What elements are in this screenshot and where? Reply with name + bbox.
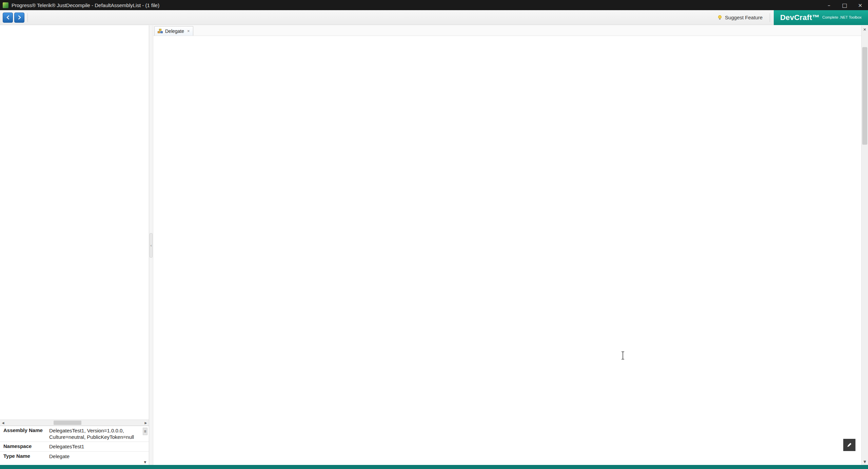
- delegate-icon: [158, 29, 163, 33]
- forward-button[interactable]: [14, 13, 24, 23]
- tree-hscroll-track[interactable]: [6, 420, 143, 426]
- type-name-label: Type Name: [0, 453, 49, 460]
- tab-label: Delegate: [165, 28, 184, 34]
- properties-panel: Assembly Name DelegatesTest1, Version=1.…: [0, 426, 149, 465]
- tree-hscroll-thumb[interactable]: [54, 421, 81, 425]
- close-button[interactable]: ×: [852, 0, 868, 10]
- toolbar-left: [3, 13, 29, 23]
- assembly-name-label: Assembly Name: [0, 427, 49, 440]
- tab-delegate[interactable]: Delegate ×: [154, 26, 193, 36]
- main-area: ◀ ▶ Assembly Name DelegatesTest1, Versio…: [0, 25, 868, 465]
- suggest-feature-label: Suggest Feature: [725, 15, 763, 20]
- arrow-right-icon: [17, 15, 22, 20]
- document-area: Delegate ×: [153, 25, 861, 465]
- scroll-down-icon[interactable]: ▼: [864, 458, 866, 465]
- panel-splitter[interactable]: ‹: [149, 25, 153, 465]
- assembly-name-value[interactable]: DelegatesTest1, Version=1.0.0.0, Culture…: [49, 427, 136, 440]
- text-cursor: [620, 351, 625, 361]
- properties-scrollbar[interactable]: ≡ ▼: [142, 428, 148, 464]
- property-row: Namespace DelegatesTest1: [0, 442, 149, 451]
- namespace-value[interactable]: DelegatesTest1: [49, 443, 136, 450]
- minimize-button[interactable]: –: [821, 0, 837, 10]
- code-view: [153, 36, 861, 465]
- status-strip: [0, 465, 868, 469]
- window-title: Progress® Telerik® JustDecompile - Defau…: [12, 2, 159, 8]
- scroll-down-icon[interactable]: ▼: [144, 461, 146, 464]
- collapse-panel-button[interactable]: ‹: [150, 233, 153, 258]
- maximize-button[interactable]: □: [837, 0, 852, 10]
- devcraft-subtitle: Complete .NET Toolbox: [822, 15, 862, 19]
- assembly-tree: [0, 25, 149, 420]
- scroll-left-icon[interactable]: ◀: [0, 421, 6, 425]
- titlebar[interactable]: Progress® Telerik® JustDecompile - Defau…: [0, 0, 868, 10]
- tree-horizontal-scrollbar[interactable]: ◀ ▶: [0, 420, 149, 426]
- property-row: Type Name Delegate: [0, 452, 149, 461]
- devcraft-banner[interactable]: DevCraft™ Complete .NET Toolbox: [774, 10, 868, 25]
- tab-close-icon[interactable]: ×: [187, 28, 190, 34]
- window-controls: – □ ×: [821, 0, 868, 10]
- vscroll-thumb[interactable]: [862, 47, 867, 145]
- toolbar-separator: [770, 13, 770, 22]
- main-toolbar: Suggest Feature DevCraft™ Complete .NET …: [0, 10, 868, 25]
- close-document-button[interactable]: ×: [862, 25, 868, 33]
- document-tabbar: Delegate ×: [153, 25, 861, 36]
- code-vertical-scrollbar[interactable]: × ▼: [861, 25, 868, 465]
- toolbar-right: Suggest Feature DevCraft™ Complete .NET …: [713, 10, 868, 25]
- assembly-explorer-panel: ◀ ▶ Assembly Name DelegatesTest1, Versio…: [0, 25, 149, 465]
- back-button[interactable]: [3, 13, 13, 23]
- pencil-icon: [846, 442, 853, 448]
- devcraft-title: DevCraft™: [780, 13, 820, 22]
- suggest-feature-button[interactable]: Suggest Feature: [713, 13, 766, 23]
- feedback-button[interactable]: [843, 439, 855, 451]
- scroll-right-icon[interactable]: ▶: [143, 421, 149, 425]
- app-icon: [3, 2, 8, 8]
- toolbar-separator: [27, 13, 28, 22]
- property-row: Assembly Name DelegatesTest1, Version=1.…: [0, 426, 149, 442]
- arrow-left-icon: [5, 15, 11, 20]
- vscroll-track[interactable]: [862, 33, 868, 458]
- lightbulb-icon: [717, 15, 723, 21]
- namespace-label: Namespace: [0, 443, 49, 450]
- type-name-value[interactable]: Delegate: [49, 453, 136, 460]
- justdecompile-window: Progress® Telerik® JustDecompile - Defau…: [0, 0, 868, 469]
- menu-icon[interactable]: ≡: [143, 428, 147, 435]
